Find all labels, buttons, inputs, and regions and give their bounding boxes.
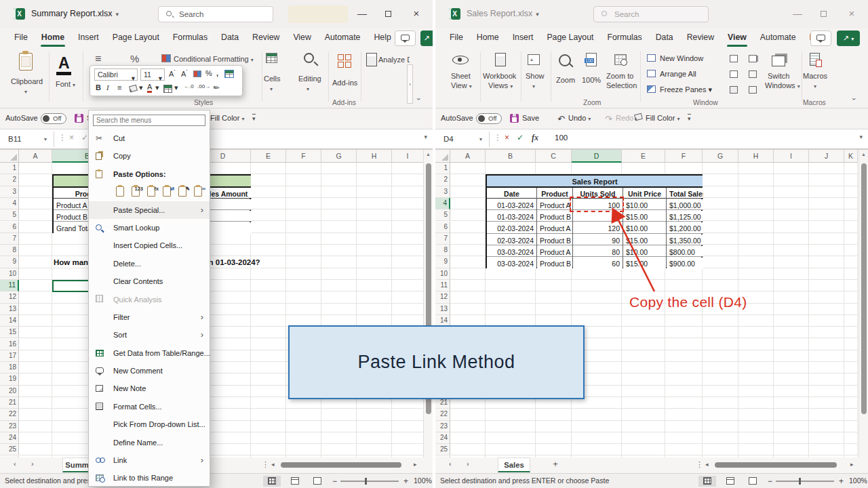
hide-window-icon[interactable] xyxy=(730,70,738,78)
brush-icon[interactable]: ✎ xyxy=(212,83,222,94)
table-cell[interactable]: 80 xyxy=(573,246,623,257)
menu-item-link[interactable]: Link› xyxy=(89,451,210,469)
menu-item-new-comment[interactable]: New Comment xyxy=(89,362,210,380)
tab-file[interactable]: File xyxy=(443,28,469,47)
collapse-ribbon-icon[interactable]: › xyxy=(415,98,423,100)
tab-data[interactable]: Data xyxy=(215,28,245,47)
page-layout-view-icon[interactable] xyxy=(286,476,304,487)
comments-button[interactable] xyxy=(395,30,416,46)
increase-decimal-icon[interactable]: ←.0 xyxy=(184,83,194,89)
table-cell[interactable]: Product B xyxy=(537,258,572,268)
analyze-data-button[interactable]: Analyze Da xyxy=(378,56,410,64)
name-box[interactable]: B11▾ xyxy=(3,131,54,147)
expand-formula-bar-icon[interactable]: ▾ xyxy=(424,134,427,140)
zoom-percentage[interactable]: 100% xyxy=(849,476,867,485)
row-header-9[interactable]: 9 xyxy=(0,256,19,268)
freeze-panes-button[interactable]: Freeze Panes ▾ xyxy=(647,85,712,94)
horizontal-scrollbar[interactable] xyxy=(278,462,408,468)
tab-page-layout[interactable]: Page Layout xyxy=(540,28,599,47)
table-cell[interactable]: $900.00 xyxy=(667,258,703,268)
page-break-view-icon[interactable] xyxy=(309,476,326,487)
table-cell[interactable]: $15.00 xyxy=(623,258,666,268)
row-header-6[interactable]: 6 xyxy=(0,222,19,233)
row-header-17[interactable]: 17 xyxy=(0,350,19,362)
menu-item-define-name-[interactable]: Define Name... xyxy=(89,434,210,451)
menu-item-cut[interactable]: ✂Cut xyxy=(89,129,210,147)
cells-group-button[interactable]: Cells xyxy=(264,75,280,83)
more-options-icon[interactable]: ⋮ xyxy=(58,133,66,142)
increase-font-icon[interactable]: Aˆ xyxy=(169,69,176,78)
row-header-14[interactable]: 14 xyxy=(0,315,19,327)
row-header-12[interactable]: 12 xyxy=(0,291,19,303)
column-header-G[interactable]: G xyxy=(321,150,357,163)
table-cell[interactable]: 02-03-2024 xyxy=(487,235,536,245)
share-button[interactable]: ↗ xyxy=(420,30,433,46)
row-header-24[interactable]: 24 xyxy=(0,432,19,444)
row-header-23[interactable]: 23 xyxy=(0,421,19,432)
table-cell[interactable]: 03-03-2024 xyxy=(487,258,536,268)
merge-center-icon[interactable] xyxy=(224,70,234,78)
sheet-area[interactable]: How many units were sold by Product A on… xyxy=(0,150,433,458)
menu-item-link-to-this-range[interactable]: Link to this Range xyxy=(89,469,210,487)
page-break-view-icon[interactable] xyxy=(744,476,762,487)
table-cell[interactable]: $15.00 xyxy=(623,211,666,222)
table-cell[interactable]: 120 xyxy=(573,222,623,233)
zoom-slider-knob[interactable] xyxy=(365,478,367,485)
paste-icon[interactable] xyxy=(113,185,128,199)
column-header-E[interactable]: E xyxy=(251,150,286,163)
tab-home[interactable]: Home xyxy=(471,28,505,47)
row-header-11[interactable]: 11 xyxy=(435,280,450,291)
column-header-F[interactable]: F xyxy=(665,150,703,163)
row-header-8[interactable]: 8 xyxy=(0,245,19,256)
tab-formulas[interactable]: Formulas xyxy=(167,28,214,47)
align-icon[interactable]: ≡ xyxy=(117,83,121,92)
close-button[interactable]: × xyxy=(841,4,863,23)
scrollbar-dots-icon[interactable]: ⋮ xyxy=(262,460,269,469)
column-header-E[interactable]: E xyxy=(622,150,665,163)
fill-color-icon[interactable] xyxy=(634,113,643,121)
table-cell[interactable]: $1,200.00 xyxy=(667,222,703,233)
scroll-right-icon[interactable]: ▸ xyxy=(850,461,854,468)
column-header-G[interactable]: G xyxy=(703,150,738,163)
table-cell[interactable]: Product A xyxy=(537,222,572,233)
sheet-view-button[interactable]: Sheet xyxy=(451,72,471,80)
row-header-22[interactable]: 22 xyxy=(435,409,450,420)
macros-button[interactable]: Macros xyxy=(803,72,827,80)
table-cell[interactable]: 02-03-2024 xyxy=(487,222,536,233)
sheet-tab-sales[interactable]: Sales xyxy=(498,458,530,472)
column-header-I[interactable]: I xyxy=(774,150,809,163)
paste-formatting-icon[interactable]: ✎ xyxy=(176,185,191,199)
fill-color-label[interactable]: Fill Color ▾ xyxy=(646,114,679,122)
scroll-left-icon[interactable]: ◂ xyxy=(271,461,275,468)
row-header-8[interactable]: 8 xyxy=(435,245,450,256)
bold-icon[interactable]: B xyxy=(96,83,101,92)
row-header-2[interactable]: 2 xyxy=(435,174,450,186)
expand-formula-bar-icon[interactable]: ▾ xyxy=(859,134,863,140)
row-header-21[interactable]: 21 xyxy=(0,397,19,409)
row-header-25[interactable]: 25 xyxy=(435,444,450,455)
row-header-22[interactable]: 22 xyxy=(0,409,19,420)
tab-insert[interactable]: Insert xyxy=(507,28,540,47)
new-window-button[interactable]: New Window xyxy=(647,54,703,62)
cancel-icon[interactable]: × xyxy=(505,133,509,142)
row-header-24[interactable]: 24 xyxy=(435,432,450,444)
menu-item-pick-from-drop-down-list-[interactable]: Pick From Drop-down List... xyxy=(89,415,210,433)
insert-function-icon[interactable]: fx xyxy=(532,133,538,143)
row-header-3[interactable]: 3 xyxy=(0,186,19,198)
column-header-H[interactable]: H xyxy=(738,150,774,163)
font-name-select[interactable]: Calibri ▾ xyxy=(94,68,138,81)
minimize-button[interactable]: — xyxy=(787,4,808,23)
menu-item-format-cells-[interactable]: Format Cells... xyxy=(89,398,210,415)
scrollbar-dots-icon[interactable]: ⋮ xyxy=(696,460,703,469)
zoom-100-button[interactable]: 100% xyxy=(582,76,601,84)
conditional-formatting-button[interactable]: Conditional Formatting ▾ xyxy=(174,55,254,63)
table-cell[interactable]: $10.00 xyxy=(623,199,666,210)
tab-view[interactable]: View xyxy=(287,28,317,47)
font-group-button[interactable]: Font ▾ xyxy=(56,80,75,88)
row-header-7[interactable]: 7 xyxy=(435,233,450,245)
arrange-all-button[interactable]: Arrange All xyxy=(647,70,696,78)
column-header-D[interactable]: D xyxy=(572,150,622,163)
normal-view-icon[interactable] xyxy=(698,476,716,487)
table-cell[interactable]: $15.00 xyxy=(623,235,666,245)
table-cell[interactable]: 90 xyxy=(573,235,623,245)
